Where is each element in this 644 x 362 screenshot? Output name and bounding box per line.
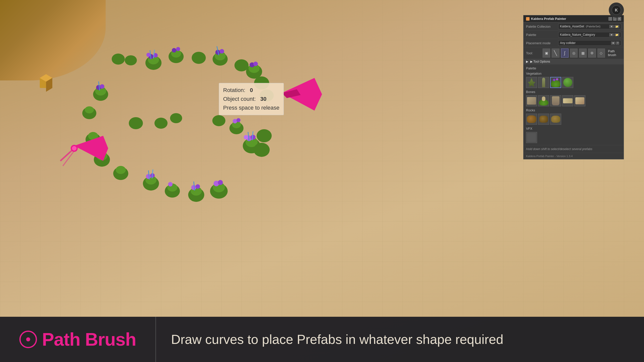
tool-options-label: ▶ Tool Options bbox=[530, 60, 550, 63]
version-text: Kaldera Prefab Painter - Version 1.3.4 bbox=[524, 153, 624, 159]
path-brush-icon bbox=[19, 331, 37, 348]
tool-name-label: Path brush bbox=[608, 49, 621, 57]
hint-text: Hold down shift to select/deselect sever… bbox=[524, 145, 624, 153]
circle-tool-btn[interactable]: ◎ bbox=[570, 49, 578, 58]
press-space-text: Press space to release bbox=[223, 105, 279, 111]
vegetation-item-1[interactable] bbox=[526, 77, 537, 88]
vegetation-item-2[interactable] bbox=[538, 77, 549, 88]
palette-row: Palette Kaldera_Nature_Category ▼ 📁 bbox=[524, 31, 624, 39]
bottom-description: Draw curves to place Prefabs in whatever… bbox=[171, 332, 503, 347]
rocks-item-2[interactable] bbox=[538, 114, 549, 125]
palette-collection-row: Palette Collecion Kaldera_AssetSet (Pale… bbox=[524, 22, 624, 31]
bones-item-5[interactable] bbox=[574, 95, 585, 106]
bottom-bar-left: Path Brush bbox=[0, 317, 156, 362]
erase-tool-btn[interactable]: ◇ bbox=[597, 49, 605, 58]
tool-label: Tool: bbox=[526, 51, 541, 55]
palette-collection-label: Palette Collecion bbox=[526, 25, 556, 28]
viewport-tooltip: Rotation: 0 Object count: 30 Press space… bbox=[219, 83, 284, 115]
vfx-item-1[interactable] bbox=[526, 132, 537, 143]
palette-content: Palette Vegetation Bones bbox=[524, 64, 624, 145]
palette-dropdown-btn[interactable]: ▼ bbox=[609, 33, 614, 36]
palette-collection-text: Kaldera_AssetSet (PaletteSet) bbox=[560, 25, 600, 28]
panel-titlebar-left: Kaldera Prefab Painter bbox=[526, 17, 566, 21]
vegetation-item-3[interactable] bbox=[550, 77, 561, 88]
rocks-label: Rocks bbox=[526, 108, 621, 112]
panel-close-btn[interactable]: ✕ bbox=[618, 17, 621, 21]
path-brush-label: Path Brush bbox=[42, 329, 136, 350]
watermark-badge: K bbox=[609, 3, 624, 18]
palette-label: Palette bbox=[526, 33, 556, 37]
vfx-items bbox=[526, 132, 621, 143]
panel-title: Kaldera Prefab Painter bbox=[531, 17, 566, 21]
single-tool-btn[interactable]: ╲ bbox=[552, 49, 559, 58]
rocks-item-1[interactable] bbox=[526, 114, 537, 125]
rotation-row: Rotation: 0 bbox=[223, 86, 279, 95]
rotation-label: Rotation: bbox=[223, 87, 245, 93]
prefab-painter-panel: Kaldera Prefab Painter ⋮ _ ✕ Palette Col… bbox=[523, 15, 624, 159]
palette-collection-action-btn[interactable]: 📁 bbox=[614, 25, 619, 28]
bones-label: Bones bbox=[526, 90, 621, 94]
bottom-bar-right: Draw curves to place Prefabs in whatever… bbox=[156, 332, 644, 347]
tool-options-section[interactable]: ▶ ▶ Tool Options bbox=[524, 59, 624, 64]
vfx-label: VFX bbox=[526, 127, 621, 130]
rocks-item-3[interactable] bbox=[550, 114, 561, 125]
palette-action-btn[interactable]: 📁 bbox=[614, 33, 619, 36]
settings-tool-btn[interactable]: ⚙ bbox=[588, 49, 596, 58]
bottom-bar: Path Brush Draw curves to place Prefabs … bbox=[0, 317, 644, 362]
placement-mode-row: Placement mode Any collider ▼ ? bbox=[524, 39, 624, 47]
panel-titlebar-controls[interactable]: ⋮ _ ✕ bbox=[609, 17, 621, 21]
placement-mode-dropdown-btn[interactable]: ▼ bbox=[611, 41, 616, 45]
placement-mode-label: Placement mode bbox=[526, 41, 556, 45]
palette-value[interactable]: Kaldera_Nature_Category ▼ 📁 bbox=[558, 32, 621, 37]
vegetation-items bbox=[526, 77, 621, 88]
palette-main-label: Palette bbox=[526, 66, 621, 70]
panel-menu-btn[interactable]: ⋮ bbox=[609, 17, 612, 21]
palette-collection-dropdown-btn[interactable]: ▼ bbox=[609, 25, 614, 28]
placement-mode-text: Any collider bbox=[560, 41, 576, 45]
press-space-row: Press space to release bbox=[223, 103, 279, 112]
path-brush-icon-inner bbox=[26, 337, 30, 341]
panel-titlebar: Kaldera Prefab Painter ⋮ _ ✕ bbox=[524, 15, 624, 22]
bones-item-2[interactable] bbox=[538, 95, 549, 106]
placement-mode-info-btn[interactable]: ? bbox=[616, 41, 619, 45]
square-tool-btn[interactable]: ▦ bbox=[579, 49, 587, 58]
bones-item-4[interactable] bbox=[562, 95, 573, 106]
panel-icon bbox=[526, 17, 530, 21]
tool-row: Tool: ▣ ╲ ∫ ◎ ▦ ⚙ ◇ Path brush bbox=[524, 47, 624, 59]
bones-item-3[interactable] bbox=[550, 95, 561, 106]
object-count-label: Object count: bbox=[223, 96, 256, 102]
rocks-items bbox=[526, 114, 621, 125]
placement-mode-value[interactable]: Any collider ▼ ? bbox=[558, 40, 621, 46]
bones-items bbox=[526, 95, 621, 106]
bones-item-1[interactable] bbox=[526, 95, 537, 106]
vegetation-item-4[interactable] bbox=[562, 77, 573, 88]
palette-text: Kaldera_Nature_Category bbox=[560, 33, 595, 36]
object-count-row: Object count: 30 bbox=[223, 95, 279, 103]
object-count-value: 30 bbox=[260, 96, 266, 102]
palette-collection-value[interactable]: Kaldera_AssetSet (PaletteSet) ▼ 📁 bbox=[558, 24, 621, 29]
paint-tool-btn[interactable]: ▣ bbox=[543, 49, 550, 58]
path-brush-tool-btn[interactable]: ∫ bbox=[561, 49, 569, 58]
tool-options-arrow-icon: ▶ bbox=[526, 60, 528, 63]
svg-text:K: K bbox=[615, 8, 618, 12]
rotation-value: 0 bbox=[250, 87, 253, 93]
vegetation-label: Vegetation bbox=[526, 72, 621, 75]
